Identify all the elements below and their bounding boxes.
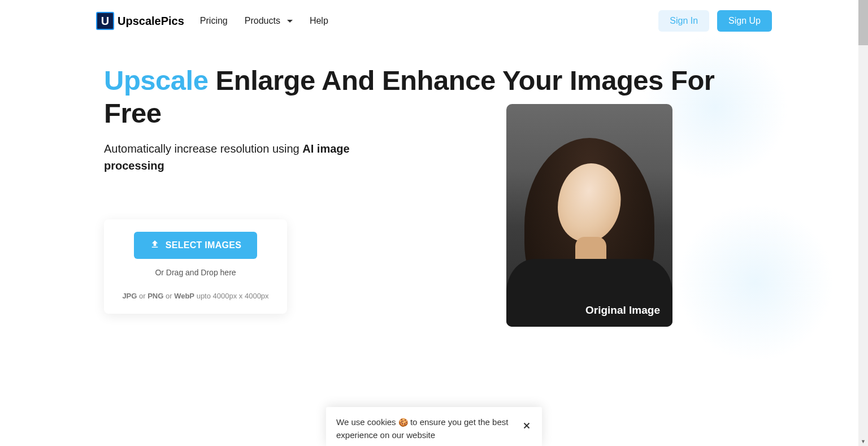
header: U UpscalePics Pricing Products Help Sign… <box>0 0 868 42</box>
logo-text: UpscalePics <box>118 15 184 28</box>
nav-products[interactable]: Products <box>245 16 293 26</box>
signup-button[interactable]: Sign Up <box>717 10 772 32</box>
scrollbar-down-icon[interactable]: ▼ <box>858 436 868 446</box>
sample-image-label: Original Image <box>585 304 660 317</box>
scrollbar-thumb[interactable] <box>858 0 868 45</box>
nav-pricing[interactable]: Pricing <box>200 16 228 26</box>
signin-button[interactable]: Sign In <box>658 10 709 32</box>
nav-help[interactable]: Help <box>310 16 328 26</box>
sample-image-container: Original Image <box>506 104 672 327</box>
hero-subtitle-prefix: Automatically increase resolution using <box>104 142 302 155</box>
sample-image: Original Image <box>506 104 672 327</box>
logo-icon: U <box>96 12 114 30</box>
select-images-label: SELECT IMAGES <box>166 240 242 250</box>
main-content: Upscale Enlarge And Enhance Your Images … <box>0 42 868 314</box>
hero-title-accent: Upscale <box>104 65 208 96</box>
cookie-banner: We use cookies 🍪 to ensure you get the b… <box>326 407 542 446</box>
cookie-close-button[interactable] <box>522 421 532 433</box>
select-images-button[interactable]: SELECT IMAGES <box>134 232 258 259</box>
nav-products-label: Products <box>245 16 280 26</box>
cookie-text: We use cookies 🍪 to ensure you get the b… <box>336 416 510 441</box>
upload-hint: Or Drag and Drop here <box>115 268 276 277</box>
chevron-down-icon <box>287 20 293 23</box>
upload-formats: JPG or PNG or WebP upto 4000px x 4000px <box>115 292 276 300</box>
main-nav: Pricing Products Help <box>200 16 328 26</box>
upload-icon <box>150 239 160 252</box>
upload-box[interactable]: SELECT IMAGES Or Drag and Drop here JPG … <box>104 219 287 314</box>
logo[interactable]: U UpscalePics <box>96 12 184 30</box>
hero-subtitle: Automatically increase resolution using … <box>104 140 358 174</box>
cookie-icon: 🍪 <box>398 418 408 427</box>
